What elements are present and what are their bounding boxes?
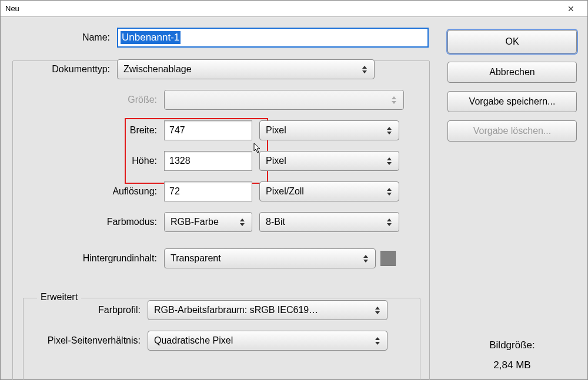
label-name: Name:	[0, 32, 117, 43]
label-bgcontent: Hintergrundinhalt:	[11, 253, 164, 264]
bg-color-swatch[interactable]	[380, 251, 396, 266]
width-unit-value: Pixel	[266, 125, 286, 136]
row-size: Größe:	[11, 90, 436, 110]
row-resolution: Auflösung: Pixel/Zoll	[11, 181, 436, 201]
label-pixelaspect: Pixel-Seitenverhältnis:	[0, 335, 148, 346]
colorprofile-dropdown[interactable]: RGB-Arbeitsfarbraum: sRGB IEC619…	[148, 300, 387, 320]
row-height: Höhe: Pixel	[11, 151, 436, 171]
updown-icon	[362, 63, 370, 75]
colorprofile-value: RGB-Arbeitsfarbraum: sRGB IEC619…	[154, 305, 318, 315]
label-colormode: Farbmodus:	[11, 217, 164, 227]
titlebar: Neu ✕	[1, 1, 587, 17]
updown-icon	[392, 94, 400, 106]
label-height: Höhe:	[11, 156, 164, 166]
row-doctype: Dokumenttyp: Zwischenablage	[0, 59, 436, 79]
cancel-button[interactable]: Abbrechen	[447, 62, 577, 83]
label-width: Breite:	[11, 125, 164, 136]
resolution-input[interactable]	[164, 181, 252, 201]
pixelaspect-value: Quadratische Pixel	[154, 335, 233, 346]
row-width: Breite: Pixel	[11, 120, 436, 140]
side-area: OK Abbrechen Vorgabe speichern... Vorgab…	[447, 30, 577, 375]
main-area: Name: Unbenannt-1 /* emulate selected te…	[11, 28, 436, 380]
pixelaspect-dropdown[interactable]: Quadratische Pixel	[148, 331, 387, 351]
width-input[interactable]	[164, 120, 252, 140]
height-unit-dropdown[interactable]: Pixel	[259, 151, 399, 171]
colordepth-value: 8-Bit	[266, 217, 285, 227]
label-colorprofile: Farbprofil:	[0, 305, 148, 315]
width-unit-dropdown[interactable]: Pixel	[259, 120, 399, 140]
colordepth-dropdown[interactable]: 8-Bit	[259, 212, 399, 232]
cancel-label: Abbrechen	[489, 67, 534, 78]
updown-icon	[387, 216, 395, 228]
updown-icon	[363, 253, 372, 264]
height-unit-value: Pixel	[266, 156, 286, 166]
row-colormode: Farbmodus: RGB-Farbe 8-Bit	[11, 212, 436, 232]
delete-preset-label: Vorgabe löschen...	[473, 126, 552, 136]
label-resolution: Auflösung:	[11, 186, 164, 197]
delete-preset-button: Vorgabe löschen...	[447, 120, 577, 142]
updown-icon	[387, 186, 395, 197]
row-colorprofile: Farbprofil: RGB-Arbeitsfarbraum: sRGB IE…	[0, 300, 436, 320]
colormode-dropdown[interactable]: RGB-Farbe	[164, 212, 252, 232]
colormode-value: RGB-Farbe	[171, 217, 219, 227]
dialog-body: Erweitert Name: Unbenannt-1 /* emulate s…	[1, 17, 587, 379]
ok-button[interactable]: OK	[447, 30, 577, 53]
row-bgcontent: Hintergrundinhalt: Transparent	[11, 248, 436, 268]
updown-icon	[387, 125, 395, 136]
resolution-unit-dropdown[interactable]: Pixel/Zoll	[259, 181, 399, 201]
image-size-display: Bildgröße: 2,84 MB	[447, 335, 577, 375]
bgcontent-dropdown[interactable]: Transparent	[164, 248, 376, 268]
row-pixelaspect: Pixel-Seitenverhältnis: Quadratische Pix…	[0, 331, 436, 351]
close-button[interactable]: ✕	[559, 1, 583, 16]
updown-icon	[375, 335, 383, 347]
ok-label: OK	[505, 36, 519, 47]
close-icon: ✕	[567, 4, 574, 14]
bgcontent-value: Transparent	[171, 253, 221, 264]
image-size-label: Bildgröße:	[447, 335, 577, 355]
save-preset-button[interactable]: Vorgabe speichern...	[447, 91, 577, 112]
size-dropdown	[164, 90, 404, 110]
updown-icon	[240, 216, 248, 228]
image-size-value: 2,84 MB	[447, 355, 577, 375]
save-preset-label: Vorgabe speichern...	[469, 96, 556, 107]
updown-icon	[387, 155, 395, 167]
doctype-value: Zwischenablage	[123, 64, 192, 75]
new-document-dialog: Neu ✕ Erweitert Name: Unbenannt-1 /* emu…	[0, 0, 588, 380]
height-input[interactable]	[164, 151, 252, 171]
resolution-unit-value: Pixel/Zoll	[266, 186, 304, 197]
label-size: Größe:	[11, 95, 164, 105]
updown-icon	[375, 304, 383, 316]
window-title: Neu	[5, 4, 19, 13]
name-input[interactable]: Unbenannt-1	[117, 28, 429, 48]
doctype-dropdown[interactable]: Zwischenablage	[117, 59, 375, 79]
row-name: Name: Unbenannt-1	[0, 28, 436, 48]
label-doctype: Dokumenttyp:	[0, 64, 117, 75]
